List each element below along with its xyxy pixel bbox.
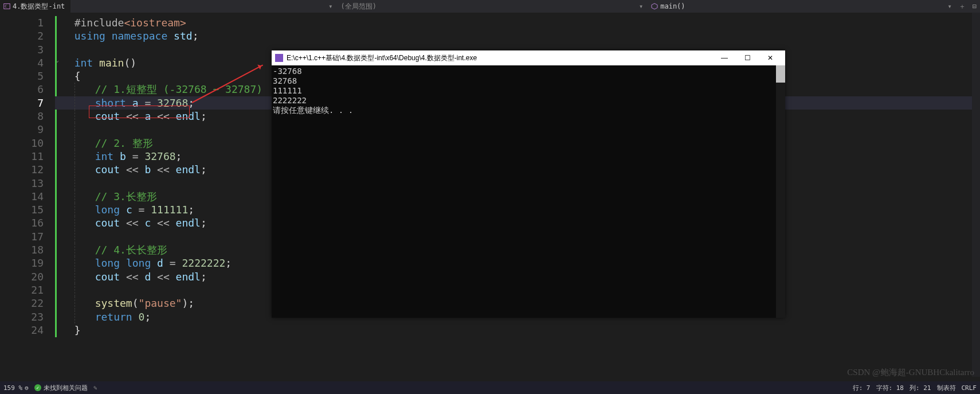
dropdown-arrow-icon[interactable]: ▾ xyxy=(636,2,646,10)
console-window[interactable]: E:\c++\1.c++基础\4.数据类型-int\x64\Debug\4.数据… xyxy=(272,50,785,318)
check-icon: ✓ xyxy=(34,384,41,391)
line-number: 10 xyxy=(0,136,44,150)
console-output[interactable]: -32768 32768 111111 2222222 请按任意键继续. . . xyxy=(272,65,785,318)
split-icon[interactable]: ⊟ xyxy=(969,2,980,10)
line-number: 20 xyxy=(0,270,44,283)
console-line: 请按任意键继续. . . xyxy=(273,106,785,115)
line-number: 11 xyxy=(0,150,44,163)
line-number: 23 xyxy=(0,310,44,323)
line-number: 4 xyxy=(0,56,44,69)
line-number: 18 xyxy=(0,243,44,256)
close-button[interactable]: ✕ xyxy=(759,52,782,64)
editor-scrollbar[interactable] xyxy=(972,13,980,377)
line-number: 9 xyxy=(0,123,44,136)
svg-text:C: C xyxy=(5,4,7,8)
line-number: 2 xyxy=(0,29,44,42)
cursor-char[interactable]: 字符: 18 xyxy=(876,384,904,392)
line-number: 21 xyxy=(0,283,44,297)
console-line: 32768 xyxy=(273,76,785,86)
eol-mode[interactable]: CRLF xyxy=(962,384,977,392)
line-number: 6 xyxy=(0,83,44,96)
cube-icon xyxy=(651,3,658,10)
line-number: 1 xyxy=(0,16,44,29)
line-number: 8 xyxy=(0,110,44,123)
line-number-current: 7 xyxy=(0,96,44,110)
line-number: 12 xyxy=(0,163,44,176)
console-line: -32768 xyxy=(273,67,785,76)
file-tab[interactable]: C 4.数据类型-int xyxy=(0,0,70,13)
code-line: } xyxy=(55,323,980,337)
line-number: 15 xyxy=(0,203,44,216)
zoom-level[interactable]: 159 % ⊖ xyxy=(3,384,29,392)
console-titlebar[interactable]: E:\c++\1.c++基础\4.数据类型-int\x64\Debug\4.数据… xyxy=(272,50,785,65)
status-bar: 159 % ⊖ ✓未找到相关问题 ✎ 行: 7 字符: 18 列: 21 制表符… xyxy=(0,381,980,394)
file-cpp-icon: C xyxy=(3,3,10,10)
highlight-box xyxy=(89,106,190,118)
top-bar: C 4.数据类型-int ▾ (全局范围) ▾ main() ▾ ＋ ⊟ xyxy=(0,0,980,13)
cursor-line[interactable]: 行: 7 xyxy=(853,384,871,392)
minimize-button[interactable]: — xyxy=(713,52,736,64)
line-gutter: 1 2 3 4 5 6 7 8 9 10 11 12 13 14 15 16 1… xyxy=(0,13,55,380)
function-dropdown[interactable]: main() xyxy=(646,1,689,11)
dropdown-arrow-icon[interactable]: ▾ xyxy=(325,2,336,10)
indent-mode[interactable]: 制表符 xyxy=(937,384,956,392)
line-number: 16 xyxy=(0,216,44,229)
line-number: 3 xyxy=(0,43,44,56)
add-icon[interactable]: ＋ xyxy=(955,2,969,11)
dropdown-arrow-icon[interactable]: ▾ xyxy=(944,2,955,10)
console-scrollbar[interactable] xyxy=(776,65,785,318)
brush-icon[interactable]: ✎ xyxy=(93,384,97,392)
console-line: 2222222 xyxy=(273,96,785,106)
tab-label: 4.数据类型-int xyxy=(13,2,65,11)
issues-status[interactable]: ✓未找到相关问题 xyxy=(34,384,88,392)
maximize-button[interactable]: ☐ xyxy=(736,52,759,64)
line-number: 24 xyxy=(0,323,44,337)
line-number: 22 xyxy=(0,297,44,310)
line-number: 17 xyxy=(0,230,44,243)
zoom-reset-icon[interactable]: ⊖ xyxy=(25,384,29,392)
line-number: 14 xyxy=(0,190,44,203)
code-line: #include<iostream> xyxy=(55,16,980,29)
cursor-col[interactable]: 列: 21 xyxy=(910,384,931,392)
console-app-icon xyxy=(275,54,283,62)
line-number: 13 xyxy=(0,177,44,190)
line-number: 19 xyxy=(0,256,44,270)
code-line: using namespace std; xyxy=(55,29,980,42)
console-line: 111111 xyxy=(273,86,785,96)
console-title: E:\c++\1.c++基础\4.数据类型-int\x64\Debug\4.数据… xyxy=(287,53,477,63)
scope-dropdown[interactable]: (全局范围) xyxy=(336,1,381,13)
line-number: 5 xyxy=(0,69,44,83)
